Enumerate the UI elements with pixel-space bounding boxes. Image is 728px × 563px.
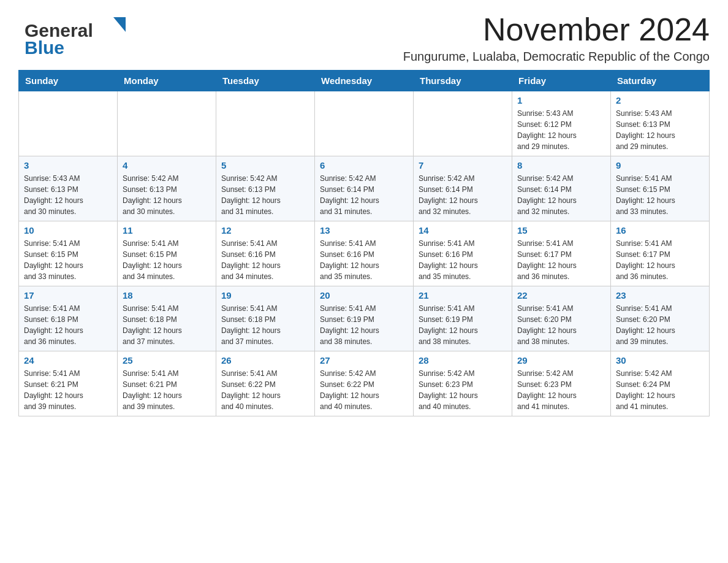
- calendar-cell: [19, 91, 118, 156]
- calendar-cell: 13Sunrise: 5:41 AM Sunset: 6:16 PM Dayli…: [315, 221, 414, 286]
- weekday-header-saturday: Saturday: [611, 71, 710, 91]
- day-number: 7: [419, 160, 507, 170]
- calendar-cell: 15Sunrise: 5:41 AM Sunset: 6:17 PM Dayli…: [512, 221, 611, 286]
- calendar-cell: 11Sunrise: 5:41 AM Sunset: 6:15 PM Dayli…: [118, 221, 216, 286]
- calendar-cell: 12Sunrise: 5:41 AM Sunset: 6:16 PM Dayli…: [216, 221, 315, 286]
- day-info: Sunrise: 5:41 AM Sunset: 6:17 PM Dayligh…: [517, 238, 605, 282]
- month-title: November 2024: [403, 12, 710, 47]
- day-number: 3: [24, 160, 112, 170]
- day-number: 10: [24, 225, 112, 236]
- calendar-cell: 21Sunrise: 5:41 AM Sunset: 6:19 PM Dayli…: [414, 286, 512, 351]
- week-row-3: 10Sunrise: 5:41 AM Sunset: 6:15 PM Dayli…: [19, 221, 710, 286]
- calendar-cell: 28Sunrise: 5:42 AM Sunset: 6:23 PM Dayli…: [414, 351, 512, 416]
- day-info: Sunrise: 5:41 AM Sunset: 6:15 PM Dayligh…: [24, 238, 112, 282]
- day-number: 13: [320, 225, 408, 236]
- location-title: Fungurume, Lualaba, Democratic Republic …: [403, 50, 710, 64]
- logo-svg: General Blue: [18, 12, 138, 58]
- svg-text:Blue: Blue: [25, 37, 64, 58]
- day-number: 8: [517, 160, 605, 170]
- day-info: Sunrise: 5:41 AM Sunset: 6:16 PM Dayligh…: [221, 238, 309, 282]
- weekday-header-tuesday: Tuesday: [216, 71, 315, 91]
- day-number: 5: [221, 160, 309, 170]
- day-number: 23: [616, 290, 704, 301]
- day-info: Sunrise: 5:41 AM Sunset: 6:18 PM Dayligh…: [221, 303, 309, 347]
- weekday-header-wednesday: Wednesday: [315, 71, 414, 91]
- weekday-header-thursday: Thursday: [414, 71, 512, 91]
- calendar-cell: 8Sunrise: 5:42 AM Sunset: 6:14 PM Daylig…: [512, 156, 611, 221]
- day-info: Sunrise: 5:42 AM Sunset: 6:24 PM Dayligh…: [616, 368, 704, 412]
- day-info: Sunrise: 5:42 AM Sunset: 6:14 PM Dayligh…: [419, 173, 507, 217]
- day-info: Sunrise: 5:41 AM Sunset: 6:18 PM Dayligh…: [123, 303, 211, 347]
- calendar-cell: 23Sunrise: 5:41 AM Sunset: 6:20 PM Dayli…: [611, 286, 710, 351]
- calendar-cell: 6Sunrise: 5:42 AM Sunset: 6:14 PM Daylig…: [315, 156, 414, 221]
- week-row-4: 17Sunrise: 5:41 AM Sunset: 6:18 PM Dayli…: [19, 286, 710, 351]
- day-info: Sunrise: 5:41 AM Sunset: 6:21 PM Dayligh…: [24, 368, 112, 412]
- day-number: 21: [419, 290, 507, 301]
- day-info: Sunrise: 5:42 AM Sunset: 6:22 PM Dayligh…: [320, 368, 408, 412]
- calendar-cell: 26Sunrise: 5:41 AM Sunset: 6:22 PM Dayli…: [216, 351, 315, 416]
- calendar-cell: 4Sunrise: 5:42 AM Sunset: 6:13 PM Daylig…: [118, 156, 216, 221]
- calendar-cell: 2Sunrise: 5:43 AM Sunset: 6:13 PM Daylig…: [611, 91, 710, 156]
- day-info: Sunrise: 5:42 AM Sunset: 6:13 PM Dayligh…: [221, 173, 309, 217]
- calendar-cell: [216, 91, 315, 156]
- day-info: Sunrise: 5:41 AM Sunset: 6:21 PM Dayligh…: [123, 368, 211, 412]
- calendar-cell: 19Sunrise: 5:41 AM Sunset: 6:18 PM Dayli…: [216, 286, 315, 351]
- day-info: Sunrise: 5:41 AM Sunset: 6:20 PM Dayligh…: [517, 303, 605, 347]
- calendar-cell: 16Sunrise: 5:41 AM Sunset: 6:17 PM Dayli…: [611, 221, 710, 286]
- calendar-cell: 17Sunrise: 5:41 AM Sunset: 6:18 PM Dayli…: [19, 286, 118, 351]
- day-info: Sunrise: 5:41 AM Sunset: 6:19 PM Dayligh…: [320, 303, 408, 347]
- day-info: Sunrise: 5:41 AM Sunset: 6:16 PM Dayligh…: [320, 238, 408, 282]
- day-info: Sunrise: 5:41 AM Sunset: 6:18 PM Dayligh…: [24, 303, 112, 347]
- calendar-cell: 9Sunrise: 5:41 AM Sunset: 6:15 PM Daylig…: [611, 156, 710, 221]
- day-info: Sunrise: 5:41 AM Sunset: 6:16 PM Dayligh…: [419, 238, 507, 282]
- day-number: 26: [221, 355, 309, 366]
- day-number: 1: [517, 95, 605, 105]
- day-number: 11: [123, 225, 211, 236]
- calendar-cell: [414, 91, 512, 156]
- day-info: Sunrise: 5:42 AM Sunset: 6:13 PM Dayligh…: [123, 173, 211, 217]
- calendar-cell: [315, 91, 414, 156]
- day-info: Sunrise: 5:41 AM Sunset: 6:19 PM Dayligh…: [419, 303, 507, 347]
- calendar-cell: 30Sunrise: 5:42 AM Sunset: 6:24 PM Dayli…: [611, 351, 710, 416]
- day-info: Sunrise: 5:41 AM Sunset: 6:15 PM Dayligh…: [123, 238, 211, 282]
- calendar-cell: 14Sunrise: 5:41 AM Sunset: 6:16 PM Dayli…: [414, 221, 512, 286]
- week-row-2: 3Sunrise: 5:43 AM Sunset: 6:13 PM Daylig…: [19, 156, 710, 221]
- day-number: 14: [419, 225, 507, 236]
- day-number: 9: [616, 160, 704, 170]
- calendar-cell: 22Sunrise: 5:41 AM Sunset: 6:20 PM Dayli…: [512, 286, 611, 351]
- day-number: 25: [123, 355, 211, 366]
- calendar-cell: 27Sunrise: 5:42 AM Sunset: 6:22 PM Dayli…: [315, 351, 414, 416]
- day-info: Sunrise: 5:42 AM Sunset: 6:14 PM Dayligh…: [517, 173, 605, 217]
- day-number: 4: [123, 160, 211, 170]
- day-info: Sunrise: 5:41 AM Sunset: 6:17 PM Dayligh…: [616, 238, 704, 282]
- weekday-header-sunday: Sunday: [19, 71, 118, 91]
- weekday-header-row: SundayMondayTuesdayWednesdayThursdayFrid…: [19, 71, 710, 91]
- calendar-cell: [118, 91, 216, 156]
- weekday-header-friday: Friday: [512, 71, 611, 91]
- calendar-cell: 18Sunrise: 5:41 AM Sunset: 6:18 PM Dayli…: [118, 286, 216, 351]
- day-info: Sunrise: 5:43 AM Sunset: 6:12 PM Dayligh…: [517, 108, 605, 152]
- week-row-5: 24Sunrise: 5:41 AM Sunset: 6:21 PM Dayli…: [19, 351, 710, 416]
- day-info: Sunrise: 5:42 AM Sunset: 6:14 PM Dayligh…: [320, 173, 408, 217]
- day-number: 19: [221, 290, 309, 301]
- day-number: 24: [24, 355, 112, 366]
- day-number: 16: [616, 225, 704, 236]
- day-number: 22: [517, 290, 605, 301]
- day-number: 15: [517, 225, 605, 236]
- day-number: 29: [517, 355, 605, 366]
- day-number: 20: [320, 290, 408, 301]
- calendar-cell: 29Sunrise: 5:42 AM Sunset: 6:23 PM Dayli…: [512, 351, 611, 416]
- calendar-cell: 25Sunrise: 5:41 AM Sunset: 6:21 PM Dayli…: [118, 351, 216, 416]
- logo-area: General Blue: [18, 12, 138, 58]
- svg-marker-1: [113, 17, 126, 32]
- day-number: 18: [123, 290, 211, 301]
- weekday-header-monday: Monday: [118, 71, 216, 91]
- calendar-cell: 1Sunrise: 5:43 AM Sunset: 6:12 PM Daylig…: [512, 91, 611, 156]
- calendar-cell: 24Sunrise: 5:41 AM Sunset: 6:21 PM Dayli…: [19, 351, 118, 416]
- day-info: Sunrise: 5:43 AM Sunset: 6:13 PM Dayligh…: [24, 173, 112, 217]
- logo-container: General Blue: [18, 12, 138, 58]
- day-info: Sunrise: 5:41 AM Sunset: 6:20 PM Dayligh…: [616, 303, 704, 347]
- day-info: Sunrise: 5:42 AM Sunset: 6:23 PM Dayligh…: [517, 368, 605, 412]
- day-number: 2: [616, 95, 704, 105]
- day-info: Sunrise: 5:42 AM Sunset: 6:23 PM Dayligh…: [419, 368, 507, 412]
